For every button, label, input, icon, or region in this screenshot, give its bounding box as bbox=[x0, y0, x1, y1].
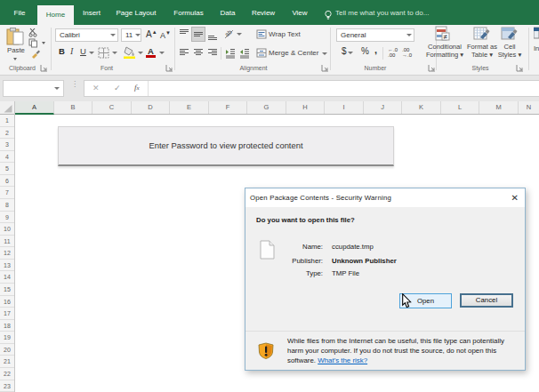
svg-text:ab: ab bbox=[224, 28, 233, 37]
svg-text:≠: ≠ bbox=[444, 33, 448, 41]
